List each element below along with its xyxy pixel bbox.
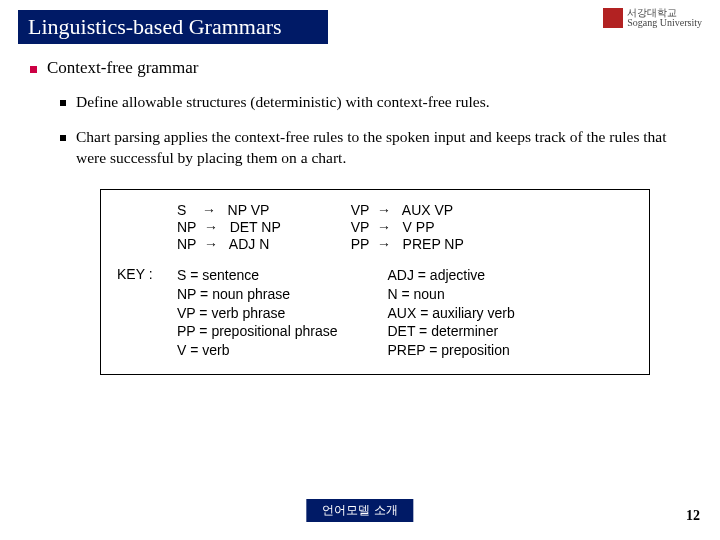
- key-item: AUX = auxiliary verb: [387, 304, 514, 323]
- page-number: 12: [686, 508, 700, 524]
- rule: NP → ADJ N: [177, 236, 281, 252]
- grammar-col-right: VP → AUX VP VP → V PP PP → PREP NP: [351, 202, 464, 252]
- key-label: KEY :: [117, 266, 167, 360]
- key-item: NP = noun phrase: [177, 285, 337, 304]
- footer-label: 언어모델 소개: [306, 499, 413, 522]
- key-item: S = sentence: [177, 266, 337, 285]
- grammar-col-left: S → NP VP NP → DET NP NP → ADJ N: [177, 202, 281, 252]
- bullet-icon: [30, 66, 37, 73]
- content-area: Context-free grammar Define allowable st…: [0, 44, 720, 375]
- slide-title: Linguistics-based Grammars: [18, 10, 328, 44]
- key-item: DET = determiner: [387, 322, 514, 341]
- rule: VP → AUX VP: [351, 202, 464, 218]
- bullet-icon: [60, 100, 66, 106]
- sub-text: Chart parsing applies the context-free r…: [76, 127, 690, 169]
- key-item: PREP = preposition: [387, 341, 514, 360]
- key-item: ADJ = adjective: [387, 266, 514, 285]
- grammar-box: S → NP VP NP → DET NP NP → ADJ N VP → AU…: [100, 189, 650, 375]
- rule: VP → V PP: [351, 219, 464, 235]
- sub-text: Define allowable structures (determinist…: [76, 92, 490, 113]
- key-col-left: S = sentence NP = noun phrase VP = verb …: [177, 266, 337, 360]
- main-heading: Context-free grammar: [47, 58, 199, 78]
- key-item: V = verb: [177, 341, 337, 360]
- logo-mark-icon: [603, 8, 623, 28]
- logo-text: 서강대학교 Sogang University: [627, 8, 702, 28]
- grammar-rules: S → NP VP NP → DET NP NP → ADJ N VP → AU…: [177, 202, 633, 252]
- sub-bullet: Define allowable structures (determinist…: [60, 92, 690, 113]
- key-item: PP = prepositional phrase: [177, 322, 337, 341]
- sub-bullet: Chart parsing applies the context-free r…: [60, 127, 690, 169]
- bullet-icon: [60, 135, 66, 141]
- rule: S → NP VP: [177, 202, 281, 218]
- university-logo: 서강대학교 Sogang University: [603, 8, 702, 28]
- key-col-right: ADJ = adjective N = noun AUX = auxiliary…: [387, 266, 514, 360]
- rule: NP → DET NP: [177, 219, 281, 235]
- key-item: VP = verb phrase: [177, 304, 337, 323]
- key-section: KEY : S = sentence NP = noun phrase VP =…: [117, 266, 633, 360]
- main-bullet: Context-free grammar: [30, 58, 690, 78]
- rule: PP → PREP NP: [351, 236, 464, 252]
- key-item: N = noun: [387, 285, 514, 304]
- sub-bullets: Define allowable structures (determinist…: [60, 92, 690, 169]
